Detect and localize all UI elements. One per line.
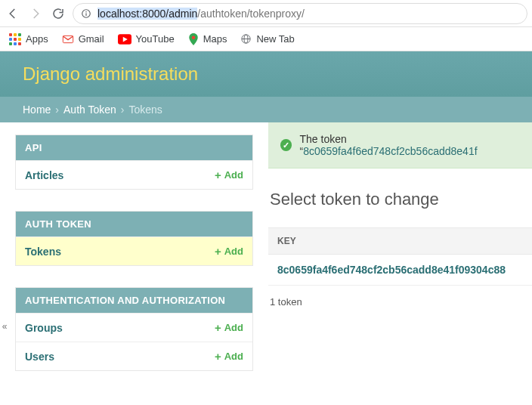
result-count: 1 token xyxy=(268,286,532,318)
success-icon: ✓ xyxy=(280,139,292,151)
model-link[interactable]: Users xyxy=(25,351,54,363)
module-title: AUTHENTICATION AND AUTHORIZATION xyxy=(16,288,252,313)
sidebar-toggle[interactable]: « xyxy=(0,317,9,335)
module-title: API xyxy=(16,135,252,160)
forward-button[interactable] xyxy=(27,5,44,22)
add-label: Add xyxy=(224,322,243,333)
url-path: /authtoken/tokenproxy/ xyxy=(197,8,305,20)
add-link[interactable]: +Add xyxy=(215,321,243,334)
message-text: The token “8c0659fa4f6ed748cf2cb56cadd8e… xyxy=(299,133,520,157)
model-link[interactable]: Tokens xyxy=(25,246,61,258)
model-row-users: Users +Add xyxy=(16,342,252,370)
apps-icon xyxy=(9,33,21,45)
bookmark-label: New Tab xyxy=(256,33,294,45)
plus-icon: + xyxy=(215,245,221,258)
module-api: API Articles +Add xyxy=(15,134,253,190)
success-message: ✓ The token “8c0659fa4f6ed748cf2cb56cadd… xyxy=(268,122,532,168)
bookmark-youtube[interactable]: YouTube xyxy=(118,33,175,45)
svg-point-5 xyxy=(191,36,195,39)
svg-point-1 xyxy=(85,11,87,12)
site-title: Django administration xyxy=(23,63,198,85)
breadcrumb-home[interactable]: Home xyxy=(23,104,51,116)
globe-icon xyxy=(240,33,252,45)
page-title: Select token to change xyxy=(270,190,532,209)
bookmark-gmail[interactable]: Gmail xyxy=(62,33,104,45)
url-host: localhost:8000/admin xyxy=(97,8,197,20)
main-content: ✓ The token “8c0659fa4f6ed748cf2cb56cadd… xyxy=(253,122,532,404)
youtube-icon xyxy=(118,34,131,45)
back-button[interactable] xyxy=(5,5,21,22)
token-link[interactable]: 8c0659fa4f6ed748cf2cb56cadd8e41f09304c88 xyxy=(277,264,506,276)
model-row-tokens: Tokens +Add xyxy=(16,237,252,265)
bookmark-apps[interactable]: Apps xyxy=(9,33,48,45)
breadcrumb-sep: › xyxy=(55,104,59,116)
maps-icon xyxy=(188,33,199,45)
message-token-link[interactable]: 8c0659fa4f6ed748cf2cb56cadd8e41f xyxy=(303,145,477,157)
plus-icon: + xyxy=(215,321,221,334)
bookmarks-bar: Apps Gmail YouTube Maps New Tab xyxy=(0,27,532,51)
bookmark-label: Gmail xyxy=(79,33,104,45)
col-key-header[interactable]: KEY xyxy=(268,228,532,255)
breadcrumb-section[interactable]: Auth Token xyxy=(63,104,116,116)
breadcrumb-sep: › xyxy=(121,104,125,116)
add-label: Add xyxy=(224,351,243,362)
browser-toolbar: localhost:8000/admin/authtoken/tokenprox… xyxy=(0,0,532,27)
plus-icon: + xyxy=(215,350,221,363)
add-label: Add xyxy=(224,169,243,181)
url-text: localhost:8000/admin/authtoken/tokenprox… xyxy=(97,8,305,20)
sidebar: API Articles +Add AUTH TOKEN Tokens +Add… xyxy=(0,122,253,404)
breadcrumb: Home › Auth Token › Tokens xyxy=(0,97,532,122)
model-row-groups: Groups +Add xyxy=(16,313,252,342)
add-link[interactable]: +Add xyxy=(215,350,243,363)
gmail-icon xyxy=(62,33,74,45)
model-link[interactable]: Articles xyxy=(25,169,63,181)
django-header: Django administration xyxy=(0,51,532,97)
address-bar[interactable]: localhost:8000/admin/authtoken/tokenprox… xyxy=(73,3,527,24)
module-title: AUTH TOKEN xyxy=(16,212,252,237)
svg-rect-2 xyxy=(85,13,86,16)
plus-icon: + xyxy=(215,168,221,181)
bookmark-maps[interactable]: Maps xyxy=(188,33,227,45)
model-row-articles: Articles +Add xyxy=(16,160,252,189)
bookmark-label: Apps xyxy=(26,33,48,45)
info-icon xyxy=(81,8,91,19)
bookmark-label: Maps xyxy=(203,33,227,45)
breadcrumb-current: Tokens xyxy=(129,104,162,116)
add-link[interactable]: +Add xyxy=(215,168,243,181)
bookmark-label: YouTube xyxy=(136,33,175,45)
module-auth-token: AUTH TOKEN Tokens +Add xyxy=(15,211,253,266)
reload-button[interactable] xyxy=(50,5,66,22)
module-auth: AUTHENTICATION AND AUTHORIZATION Groups … xyxy=(15,287,253,371)
add-label: Add xyxy=(224,246,243,257)
model-link[interactable]: Groups xyxy=(25,322,63,334)
add-link[interactable]: +Add xyxy=(215,245,243,258)
table-row: 8c0659fa4f6ed748cf2cb56cadd8e41f09304c88 xyxy=(268,255,532,286)
bookmark-newtab[interactable]: New Tab xyxy=(240,33,294,45)
results-table: KEY 8c0659fa4f6ed748cf2cb56cadd8e41f0930… xyxy=(268,227,532,286)
